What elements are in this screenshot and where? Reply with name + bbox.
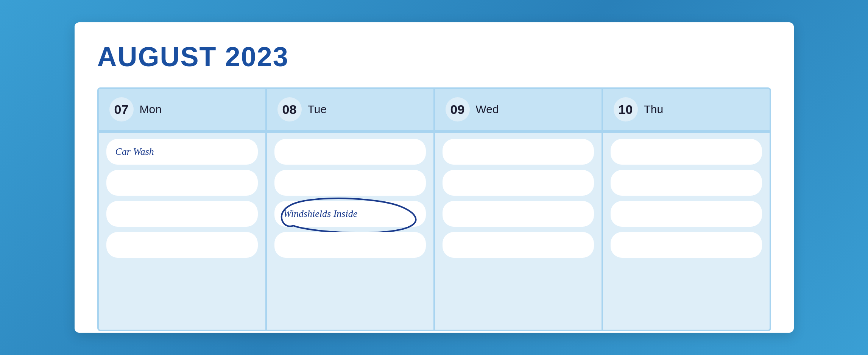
day-body-mon: Car Wash — [99, 133, 265, 330]
event-slot-mon-4[interactable] — [106, 232, 258, 258]
day-number-08: 08 — [277, 97, 302, 121]
event-slot-wed-2[interactable] — [443, 170, 594, 196]
day-name-wed: Wed — [476, 103, 499, 116]
event-text-windshields: Windshields Inside — [284, 208, 358, 220]
day-number-07: 07 — [109, 97, 134, 121]
day-header-tue: 08 Tue — [267, 89, 433, 131]
event-slot-tue-2[interactable] — [274, 170, 426, 196]
day-number-09: 09 — [446, 97, 470, 121]
event-slot-mon-2[interactable] — [106, 170, 258, 196]
calendar-container: AUGUST 2023 07 Mon 08 Tue 09 Wed 10 Thu … — [75, 22, 794, 333]
day-number-10: 10 — [614, 97, 638, 121]
event-slot-wed-3[interactable] — [443, 201, 594, 227]
event-slot-thu-4[interactable] — [611, 232, 762, 258]
event-slot-thu-2[interactable] — [611, 170, 762, 196]
calendar-grid: 07 Mon 08 Tue 09 Wed 10 Thu Car Wash — [97, 87, 771, 331]
day-body-thu — [603, 133, 770, 330]
day-name-mon: Mon — [140, 103, 162, 116]
day-body-wed — [435, 133, 602, 330]
event-slot-mon-1[interactable]: Car Wash — [106, 139, 258, 165]
event-slot-tue-1[interactable] — [274, 139, 426, 165]
event-slot-tue-4[interactable] — [274, 232, 426, 258]
day-header-wed: 09 Wed — [435, 89, 602, 131]
day-header-thu: 10 Thu — [603, 89, 770, 131]
event-text-car-wash: Car Wash — [115, 146, 154, 157]
day-header-mon: 07 Mon — [99, 89, 265, 131]
event-slot-wed-4[interactable] — [443, 232, 594, 258]
calendar-title: AUGUST 2023 — [97, 41, 771, 72]
event-slot-thu-1[interactable] — [611, 139, 762, 165]
day-name-thu: Thu — [644, 103, 664, 116]
event-slot-wed-1[interactable] — [443, 139, 594, 165]
day-name-tue: Tue — [308, 103, 327, 116]
day-body-tue: Windshields Inside — [267, 133, 433, 330]
event-slot-tue-3[interactable]: Windshields Inside — [274, 201, 426, 227]
event-slot-mon-3[interactable] — [106, 201, 258, 227]
event-slot-thu-3[interactable] — [611, 201, 762, 227]
